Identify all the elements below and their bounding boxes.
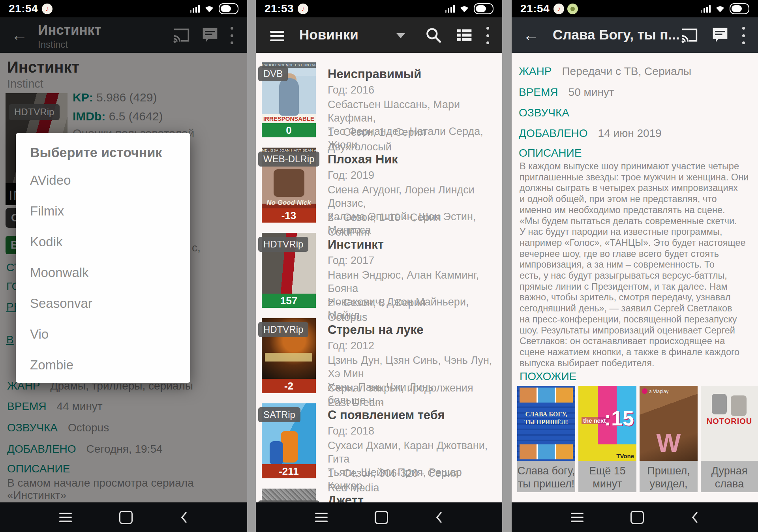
nav-menu-button[interactable]: [59, 513, 72, 522]
similar-caption: Пришел, увидел,: [640, 461, 698, 492]
poster-main-text: IRRESPONSABLE: [262, 114, 316, 123]
app-notification-icon: [567, 4, 578, 14]
toolbar-title: Слава Богу, ты п...: [553, 27, 680, 43]
dialog-option-seasonvar[interactable]: Seasonvar: [30, 288, 190, 319]
similar-card[interactable]: a Viaplay W Пришел, увидел,: [640, 386, 698, 492]
phone-screen-detail-show: 21:54 ♪ ← Слава Богу, ты п... ЖАНР Перед…: [512, 0, 758, 532]
similar-card[interactable]: СЛАВА БОГУ, ТЫ ПРИШЁЛ! Слава богу, ты пр…: [517, 386, 575, 492]
music-note-icon: ♪: [553, 4, 564, 14]
rating-bar: 157: [262, 294, 316, 308]
back-button[interactable]: ←: [520, 24, 542, 46]
genre-row: ЖАНР Передачи с ТВ, Сериалы: [519, 65, 691, 78]
source-dialog: Выберите источник AVideo Filmix Kodik Mo…: [16, 133, 190, 383]
android-navbar: [256, 502, 502, 532]
description-text: В каждом выпуске шоу принимают участие ч…: [520, 161, 752, 369]
rating-bar: -13: [262, 208, 316, 223]
similar-caption: Ещё 15 минут: [578, 461, 636, 492]
nav-home-button[interactable]: [119, 511, 133, 524]
added-value: 14 июн 2019: [598, 127, 662, 140]
genre-label: ЖАНР: [519, 65, 552, 78]
list-item[interactable]: MELISSA JOAN HART SEAN ASTIN No Good Nic…: [256, 148, 502, 233]
signal-icon: [190, 5, 200, 13]
android-navbar: [0, 502, 247, 532]
section-spinner-title[interactable]: Новинки: [299, 27, 358, 43]
dialog-option-kodik[interactable]: Kodik: [30, 227, 190, 257]
music-note-icon: ♪: [42, 4, 53, 14]
panel-divider: [502, 0, 512, 532]
quality-badge: HDTVRip: [258, 237, 308, 252]
similar-label: ПОХОЖИЕ: [520, 370, 576, 383]
dialog-option-filmix[interactable]: Filmix: [30, 196, 190, 227]
view-list-icon[interactable]: [456, 26, 473, 44]
poster-main-text: СЛАВА БОГУ, ТЫ ПРИШЁЛ!: [517, 410, 575, 426]
status-bar: 21:54 ♪: [512, 0, 758, 17]
poster-main-text: No Good Nick: [262, 199, 316, 207]
item-episodes: 1 - Сезон, 306-320 - Серия: [328, 467, 459, 480]
clock: 21:53: [265, 2, 294, 15]
battery-icon: [730, 3, 749, 14]
battery-icon: [219, 3, 238, 14]
comments-icon[interactable]: [711, 26, 729, 44]
cast-icon[interactable]: [681, 26, 698, 44]
hamburger-menu-icon[interactable]: [270, 31, 284, 41]
similar-card[interactable]: NOTORIOU Дурная слава: [701, 386, 758, 492]
poster-top-text: the next: [582, 417, 608, 424]
overflow-menu-icon[interactable]: [486, 27, 490, 44]
list-item[interactable]: -2 HDTVRip Стрелы на луке Год: 2012 Цзин…: [256, 318, 502, 403]
rating-bar: -211: [262, 464, 316, 478]
clock: 21:54: [9, 2, 38, 15]
poster-main-text: NOTORIOU: [701, 417, 758, 426]
item-year: Год: 2016: [328, 84, 374, 96]
dialog-option-vio[interactable]: Vio: [30, 319, 190, 350]
voiceover-label: ОЗВУЧКА: [519, 107, 569, 119]
dialog-option-moonwalk[interactable]: Moonwalk: [30, 257, 190, 288]
phone-screen-catalog: 21:53 ♪ Новинки L'ADOLESCENCE EST UN CAP…: [256, 0, 502, 532]
overflow-menu-icon[interactable]: [742, 27, 745, 44]
poster-image: a Viaplay W: [640, 386, 698, 461]
dialog-option-zombie[interactable]: Zombie: [30, 350, 190, 380]
signal-icon: [701, 5, 711, 13]
dialog-option-avideo[interactable]: AVideo: [30, 165, 190, 196]
duration-value: 50 минут: [568, 86, 614, 99]
wifi-icon: [204, 4, 215, 13]
list-item[interactable]: L'ADOLESCENCE EST UN CAP DIFFICILE IRRES…: [256, 62, 502, 148]
nav-back-button[interactable]: [435, 511, 443, 523]
wifi-icon: [459, 4, 470, 13]
item-episodes: 1 - Сезон, 1 - Серия: [328, 126, 426, 139]
nav-menu-button[interactable]: [315, 513, 328, 522]
similar-caption: Дурная слава: [701, 461, 758, 492]
similar-caption: Слава богу, ты пришел!: [517, 461, 575, 492]
item-episodes: 2 - Сезон, 8 - Серия: [328, 297, 426, 309]
panel-divider: [247, 0, 256, 532]
genre-value: Передачи с ТВ, Сериалы: [562, 65, 691, 78]
rating-bar: -2: [262, 379, 316, 393]
item-year: Год: 2012: [328, 340, 374, 352]
nav-back-button[interactable]: [691, 511, 699, 523]
item-year: Год: 2018: [328, 425, 374, 437]
quality-badge: WEB-DLRip: [258, 500, 319, 502]
app-toolbar: Новинки: [256, 17, 502, 53]
poster-bottom-text: TVone: [616, 453, 634, 459]
item-year: Год: 2017: [328, 255, 374, 267]
nav-back-button[interactable]: [180, 511, 188, 523]
nav-home-button[interactable]: [375, 511, 388, 524]
app-toolbar: ← Слава Богу, ты п...: [512, 17, 758, 53]
list-item[interactable]: 157 HDTVRip Инстинкт Год: 2017 Навин Энд…: [256, 233, 502, 318]
poster-image: СЛАВА БОГУ, ТЫ ПРИШЁЛ!: [517, 386, 575, 461]
nav-home-button[interactable]: [630, 511, 644, 524]
item-episodes: 2 - Сезон, 1-10 - Серия: [328, 212, 441, 224]
status-bar: 21:54 ♪: [0, 0, 247, 17]
chevron-down-icon[interactable]: [396, 33, 405, 38]
quality-badge: WEB-DLRip: [258, 152, 319, 167]
list-item[interactable]: WEB-DLRip Джетт: [256, 489, 502, 502]
search-icon[interactable]: [425, 26, 442, 44]
item-year: Год: 2019: [328, 169, 374, 182]
rating-bar: 0: [262, 123, 316, 137]
voiceover-row: ОЗВУЧКА: [519, 107, 580, 119]
item-title: Джетт: [328, 493, 364, 502]
item-title: Стрелы на луке: [328, 323, 423, 337]
list-item[interactable]: -211 SATRip С появлением тебя Год: 2018 …: [256, 403, 502, 489]
nav-menu-button[interactable]: [571, 513, 584, 522]
poster-main-text: W: [640, 428, 698, 458]
similar-card[interactable]: the next :15 TVone Ещё 15 минут: [578, 386, 636, 492]
